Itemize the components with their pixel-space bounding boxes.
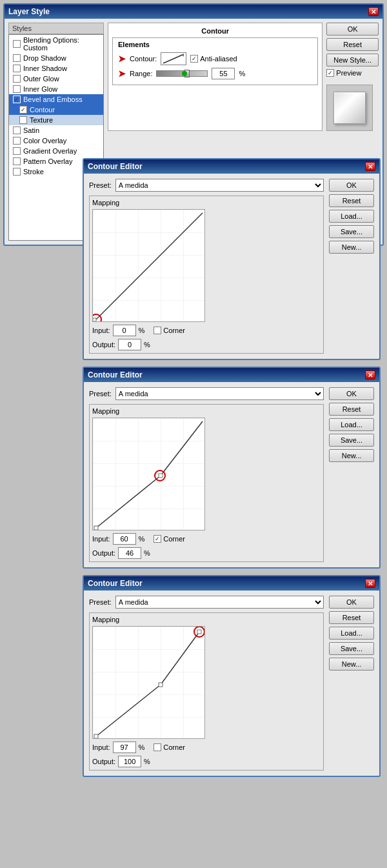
color-overlay-label: Color Overlay [23,137,66,145]
contour-row-label: Contour: [130,55,157,63]
preview-checkbox[interactable]: ✓ [326,69,334,77]
sidebar-item-bevel[interactable]: ✓ Bevel and Emboss [9,94,103,105]
layer-style-title: Layer Style [8,7,50,16]
contour-editor-2-titlebar: Contour Editor ✕ [84,368,379,382]
sidebar-item-outer-glow[interactable]: Outer Glow [9,74,103,84]
preset-select-2[interactable]: A medida [115,387,324,400]
contour-section-title: Contour [112,27,318,35]
output-value-3[interactable] [118,756,141,767]
sidebar-item-satin[interactable]: Satin [9,125,103,136]
svg-rect-14 [94,734,98,738]
sidebar-item-drop-shadow[interactable]: Drop Shadow [9,53,103,63]
range-slider[interactable] [156,70,208,77]
corner-checkbox-2[interactable]: ✓ [154,535,161,543]
corner-checkbox-3[interactable] [154,743,161,751]
contour-editor-1-close[interactable]: ✕ [365,162,375,171]
sidebar-item-color-overlay[interactable]: Color Overlay [9,136,103,146]
range-input[interactable] [212,68,235,79]
contour-editor-1-titlebar: Contour Editor ✕ [84,159,379,174]
sidebar-item-gradient-overlay[interactable]: Gradient Overlay [9,146,103,156]
top-right-panel: OK Reset New Style... ✓ Preview [326,23,379,131]
styles-title: Styles [8,23,104,34]
sidebar-item-inner-shadow[interactable]: Inner Shadow [9,63,103,74]
svg-rect-4 [93,418,205,530]
contour-editor-3-close[interactable]: ✕ [365,579,375,588]
output-percent-1: % [144,341,150,348]
preset-select-3[interactable]: A medida [115,596,324,609]
editor3-save-button[interactable]: Save... [329,642,374,655]
ok-button[interactable]: OK [326,23,379,35]
mapping-title-1: Mapping [92,199,321,207]
svg-rect-8 [94,526,98,530]
input-value-3[interactable] [113,742,136,753]
blending-checkbox[interactable] [13,40,21,48]
reset-button[interactable]: Reset [326,38,379,51]
layer-style-close-button[interactable]: ✕ [368,7,379,16]
outer-glow-checkbox[interactable] [13,75,21,83]
editor3-new-button[interactable]: New... [329,658,374,671]
sidebar-item-texture[interactable]: Texture [9,115,103,125]
elements-title: Elements [118,41,312,48]
editor2-reset-button[interactable]: Reset [329,403,374,416]
editor2-ok-button[interactable]: OK [329,387,374,400]
editor1-load-button[interactable]: Load... [329,210,374,223]
layer-style-titlebar: Layer Style ✕ [5,5,382,19]
editor1-new-button[interactable]: New... [329,241,374,254]
drop-shadow-label: Drop Shadow [23,54,66,62]
editor2-load-button[interactable]: Load... [329,418,374,431]
preset-label-3: Preset: [89,598,112,606]
contour-checkbox[interactable]: ✓ [19,106,27,114]
editor2-new-button[interactable]: New... [329,449,374,462]
corner-label-3: Corner [163,743,185,751]
output-value-1[interactable] [118,339,141,350]
contour-editor-2: Contour Editor ✕ Preset: A medida Mappin… [83,367,381,569]
preview-label: Preview [336,69,361,77]
editor3-ok-button[interactable]: OK [329,596,374,609]
output-percent-3: % [144,758,150,765]
anti-alias-label: Anti-aliased [200,55,237,63]
pattern-overlay-checkbox[interactable] [13,157,21,165]
outer-glow-label: Outer Glow [23,75,59,83]
contour-editor-2-title: Contour Editor [88,370,143,379]
editor3-reset-button[interactable]: Reset [329,611,374,624]
contour-editor-3-title: Contour Editor [88,579,143,588]
input-percent-2: % [139,535,145,543]
input-value-2[interactable] [113,533,136,545]
sidebar-item-blending[interactable]: Blending Options: Custom [9,35,103,53]
sidebar-item-contour[interactable]: ✓ Contour [9,105,103,115]
editor1-reset-button[interactable]: Reset [329,194,374,207]
editor2-save-button[interactable]: Save... [329,434,374,447]
gradient-overlay-checkbox[interactable] [13,147,21,155]
preview-inner [333,92,366,124]
curve-graph-1[interactable]: ➤ [92,209,205,322]
editor3-load-button[interactable]: Load... [329,627,374,640]
curve-graph-3[interactable]: ➤ [92,626,205,739]
output-value-2[interactable] [118,547,141,559]
input-percent-3: % [139,743,145,751]
anti-alias-checkbox[interactable]: ✓ [190,55,198,63]
color-overlay-checkbox[interactable] [13,137,21,145]
drop-shadow-checkbox[interactable] [13,54,21,62]
contour-thumbnail[interactable] [161,52,186,65]
corner-checkbox-1[interactable] [154,327,161,334]
inner-glow-checkbox[interactable] [13,85,21,93]
bevel-checkbox[interactable]: ✓ [13,96,21,103]
contour-editor-2-close[interactable]: ✕ [365,370,375,379]
input-label-1: Input: [92,327,110,334]
satin-checkbox[interactable] [13,126,21,134]
new-style-button[interactable]: New Style... [326,54,379,66]
gradient-overlay-label: Gradient Overlay [23,147,77,155]
preview-row: ✓ Preview [326,69,379,77]
editor1-save-button[interactable]: Save... [329,225,374,238]
input-value-1[interactable] [113,325,136,336]
stroke-checkbox[interactable] [13,168,21,176]
editor1-ok-button[interactable]: OK [329,179,374,192]
inner-shadow-checkbox[interactable] [13,65,21,72]
svg-rect-9 [93,627,205,739]
pattern-overlay-label: Pattern Overlay [23,157,72,165]
preset-select-1[interactable]: A medida [115,179,324,192]
preset-label-2: Preset: [89,390,112,398]
texture-checkbox[interactable] [19,116,27,124]
sidebar-item-inner-glow[interactable]: Inner Glow [9,84,103,94]
curve-graph-2[interactable]: ➤ [92,418,205,530]
